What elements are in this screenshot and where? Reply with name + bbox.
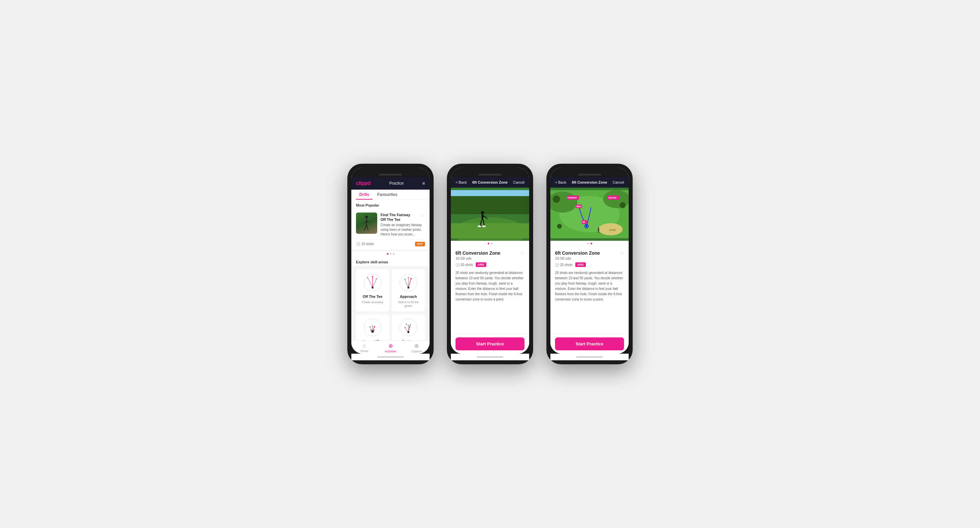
img-dot-3-2 xyxy=(590,243,592,244)
featured-info: Find The Fairway Off The Tee ☆ Create an… xyxy=(380,212,425,237)
shots-meta-2: 🕐 20 shots xyxy=(455,263,473,266)
svg-point-73 xyxy=(598,228,599,229)
cancel-button-3[interactable]: Cancel xyxy=(613,180,624,184)
svg-point-25 xyxy=(371,330,374,333)
shots-info: 🕐 10 shots xyxy=(356,242,374,246)
dot-3 xyxy=(393,253,395,255)
drill-description-3: 20 shots are randomly generated at dista… xyxy=(555,270,624,302)
drill-range-2: 10-50 yds xyxy=(455,256,500,260)
favorite-icon-3[interactable]: ☆ xyxy=(620,250,624,256)
detail-header-2: < Back 6ft Conversion Zone Cancel xyxy=(451,177,529,188)
img-dot-1 xyxy=(488,243,489,244)
drill-image-2 xyxy=(451,188,529,241)
bottom-nav: ⌂ Home ⊕ Activities ⊕ Capture xyxy=(351,340,430,354)
drill-content-2: 6ft Conversion Zone 10-50 yds ☆ 🕐 20 sho… xyxy=(451,246,529,334)
back-button-2[interactable]: < Back xyxy=(455,180,467,184)
skill-card-approach[interactable]: Approach Dial-in to hit the green xyxy=(392,269,425,311)
clock-icon-2: 🕐 xyxy=(455,263,460,266)
drill-meta-2: 🕐 20 shots ARG xyxy=(455,262,525,267)
drill-meta-3: 🕐 20 shots ARG xyxy=(555,262,624,267)
dot-2 xyxy=(390,253,391,255)
skill-desc-approach: Dial-in to hit the green xyxy=(395,300,422,308)
tabs-bar: Drills Favourites xyxy=(351,190,430,200)
home-label: Home xyxy=(360,349,368,353)
activities-label: Activities xyxy=(385,350,396,353)
svg-point-29 xyxy=(371,329,372,330)
header-title: Practice xyxy=(389,181,403,186)
arg-badge-3: ARG xyxy=(575,262,586,267)
featured-drill-title: Find The Fairway xyxy=(380,212,410,217)
skill-card-ott[interactable]: Off The Tee Power accuracy xyxy=(356,269,389,311)
svg-point-53 xyxy=(482,225,486,227)
shots-count-3: 20 shots xyxy=(560,263,573,266)
svg-rect-74 xyxy=(598,229,599,232)
drill-title-3: 6ft Conversion Zone xyxy=(555,250,600,256)
featured-thumb xyxy=(356,212,377,234)
back-button-3[interactable]: < Back xyxy=(555,180,566,184)
nav-home[interactable]: ⌂ Home xyxy=(351,343,377,353)
svg-point-11 xyxy=(372,287,374,289)
cancel-button-2[interactable]: Cancel xyxy=(513,180,525,184)
start-practice-button-2[interactable]: Start Practice xyxy=(455,337,525,350)
approach-icon xyxy=(398,273,418,293)
drill-range-3: 10-50 yds xyxy=(555,256,600,260)
skill-card-putting[interactable]: Putting Make and lag practice xyxy=(392,314,425,340)
phone-1: clippd Practice ≡ Drills Favourites Most… xyxy=(347,164,434,364)
favorite-icon-2[interactable]: ☆ xyxy=(520,250,525,256)
svg-point-14 xyxy=(372,276,373,277)
svg-point-44 xyxy=(481,211,484,214)
detail-footer-2: Start Practice xyxy=(451,334,529,354)
svg-text:SAND: SAND xyxy=(609,228,616,231)
carousel-dots xyxy=(351,251,430,257)
svg-line-6 xyxy=(364,229,365,231)
skill-desc-ott: Power accuracy xyxy=(362,300,383,305)
svg-point-60 xyxy=(553,196,560,203)
svg-line-49 xyxy=(484,220,484,225)
ott-icon xyxy=(363,273,382,293)
activities-icon: ⊕ xyxy=(388,343,393,349)
svg-text:ROUGH: ROUGH xyxy=(608,196,616,199)
svg-text:FAIRWAY: FAIRWAY xyxy=(568,196,577,199)
featured-drill-description: Create an imaginary fairway using trees … xyxy=(380,223,425,237)
svg-point-62 xyxy=(557,224,562,229)
detail-header-3: < Back 6ft Conversion Zone Cancel xyxy=(550,177,629,188)
svg-point-21 xyxy=(408,277,409,278)
app-logo: clippd xyxy=(356,180,371,186)
svg-point-52 xyxy=(478,225,481,227)
featured-card[interactable]: Find The Fairway Off The Tee ☆ Create an… xyxy=(351,209,430,250)
favorite-icon[interactable]: ☆ xyxy=(421,212,425,218)
clock-icon-3: 🕐 xyxy=(555,263,559,266)
tab-drills[interactable]: Drills xyxy=(356,190,372,199)
svg-point-72 xyxy=(585,225,587,227)
most-popular-label: Most Popular xyxy=(351,200,430,209)
svg-rect-45 xyxy=(482,214,484,220)
img-dot-3-1 xyxy=(587,243,589,244)
capture-label: Capture xyxy=(411,350,422,353)
skill-card-atg[interactable]: Around The Green Hone your short game xyxy=(356,314,389,340)
nav-activities[interactable]: ⊕ Activities xyxy=(377,343,404,353)
svg-point-13 xyxy=(376,278,377,279)
detail-title-3: 6ft Conversion Zone xyxy=(572,180,607,184)
drill-title-2: 6ft Conversion Zone xyxy=(455,250,500,256)
svg-line-5 xyxy=(367,225,368,229)
svg-rect-43 xyxy=(451,223,529,238)
atg-icon xyxy=(363,317,382,337)
image-dots-2 xyxy=(451,241,529,246)
drill-content-3: 6ft Conversion Zone 10-50 yds ☆ 🕐 20 sho… xyxy=(550,246,629,334)
detail-title-2: 6ft Conversion Zone xyxy=(473,180,508,184)
svg-point-39 xyxy=(410,324,411,325)
svg-text:Miss: Miss xyxy=(577,205,582,207)
image-dots-3 xyxy=(550,241,629,246)
featured-drill-subtitle: Off The Tee xyxy=(380,217,410,222)
home-icon: ⌂ xyxy=(363,343,366,349)
phone-2: < Back 6ft Conversion Zone Cancel xyxy=(447,164,533,364)
dot-1 xyxy=(387,253,388,255)
svg-point-27 xyxy=(374,326,375,327)
nav-capture[interactable]: ⊕ Capture xyxy=(403,343,430,353)
menu-icon[interactable]: ≡ xyxy=(422,181,425,186)
phone-3: < Back 6ft Conversion Zone Cancel SAND xyxy=(546,164,633,364)
svg-point-61 xyxy=(620,202,626,208)
tab-favourites[interactable]: Favourites xyxy=(374,190,401,199)
start-practice-button-3[interactable]: Start Practice xyxy=(555,337,624,350)
shots-count: 10 shots xyxy=(361,242,374,246)
